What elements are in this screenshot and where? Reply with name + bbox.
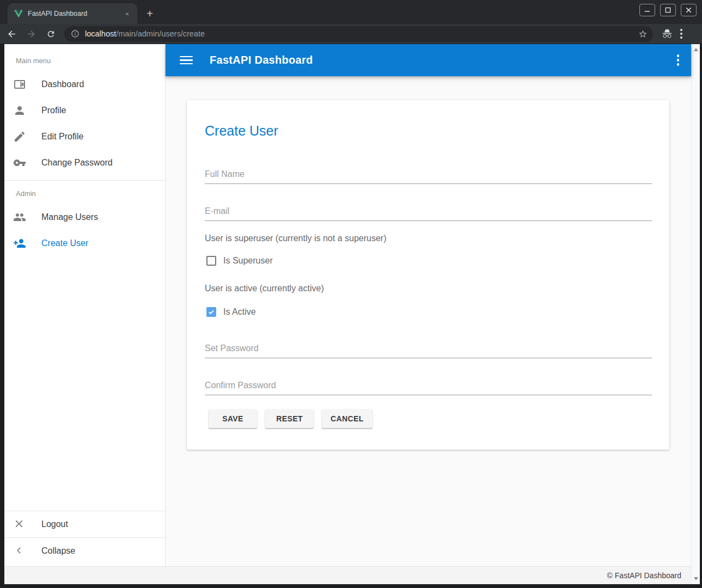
active-hint: User is active (currently active) — [205, 284, 324, 293]
key-icon — [13, 156, 26, 169]
full-name-placeholder: Full Name — [205, 169, 245, 179]
set-password-placeholder: Set Password — [205, 344, 259, 353]
browser-toolbar: localhost/main/admin/users/create — [0, 24, 702, 44]
create-user-card: Create User Full Name E-mail User is sup… — [187, 100, 669, 450]
scrollbar-up-icon[interactable] — [694, 48, 698, 51]
checkbox-unchecked-icon[interactable] — [206, 256, 216, 266]
confirm-password-field[interactable]: Confirm Password — [205, 377, 652, 395]
pencil-icon — [13, 130, 26, 143]
window-close-button[interactable] — [681, 4, 697, 16]
reload-icon[interactable] — [42, 26, 59, 42]
incognito-icon — [662, 28, 673, 39]
dashboard-icon — [13, 78, 26, 91]
chevron-left-icon — [13, 544, 26, 558]
set-password-field[interactable]: Set Password — [205, 340, 652, 358]
sidebar-item-profile[interactable]: Profile — [4, 97, 165, 124]
browser-tab[interactable]: FastAPI Dashboard — [8, 3, 137, 24]
main-content: Create User Full Name E-mail User is sup… — [166, 76, 691, 566]
page: Main menu Dashboard Profile Edit Profile… — [4, 44, 700, 584]
tab-close-icon[interactable] — [122, 9, 132, 19]
url-bar[interactable]: localhost/main/admin/users/create — [64, 26, 653, 42]
sidebar-item-collapse[interactable]: Collapse — [4, 538, 165, 564]
person-add-icon — [13, 237, 26, 250]
copyright-text: © FastAPI Dashboard — [607, 571, 681, 580]
cancel-button[interactable]: CANCEL — [322, 409, 373, 428]
appbar-menu-icon[interactable] — [677, 54, 680, 66]
sidebar: Main menu Dashboard Profile Edit Profile… — [4, 44, 166, 566]
sidebar-section-admin: Admin — [4, 181, 165, 204]
sidebar-item-create-user[interactable]: Create User — [4, 230, 165, 256]
sidebar-item-logout[interactable]: Logout — [4, 511, 165, 537]
is-superuser-checkbox[interactable]: Is Superuser — [206, 256, 273, 266]
checkbox-checked-icon[interactable] — [206, 307, 216, 317]
app-title: FastAPI Dashboard — [210, 54, 313, 66]
save-button[interactable]: SAVE — [209, 409, 257, 428]
close-icon — [13, 518, 26, 531]
person-icon — [13, 104, 26, 117]
window-maximize-button[interactable] — [660, 4, 676, 16]
new-tab-button[interactable]: + — [143, 7, 157, 21]
tab-title: FastAPI Dashboard — [28, 10, 122, 17]
email-field[interactable]: E-mail — [205, 203, 652, 221]
page-title: Create User — [205, 123, 278, 139]
sidebar-item-edit-profile[interactable]: Edit Profile — [4, 124, 165, 150]
bookmark-star-icon[interactable] — [638, 29, 648, 39]
vue-favicon-icon — [14, 10, 23, 18]
browser-menu-icon[interactable] — [680, 29, 682, 39]
sidebar-item-manage-users[interactable]: Manage Users — [4, 204, 165, 230]
back-icon[interactable] — [3, 26, 20, 42]
site-info-icon[interactable] — [71, 29, 80, 38]
is-active-checkbox[interactable]: Is Active — [206, 307, 256, 317]
window-minimize-button[interactable] — [639, 4, 655, 16]
page-footer: © FastAPI Dashboard — [4, 566, 691, 584]
full-name-field[interactable]: Full Name — [205, 166, 652, 184]
app-bar: FastAPI Dashboard — [166, 44, 691, 76]
hamburger-menu-icon[interactable] — [180, 54, 193, 67]
browser-tabstrip: FastAPI Dashboard + — [0, 0, 702, 24]
email-placeholder: E-mail — [205, 206, 229, 216]
scrollbar-down-icon[interactable] — [694, 577, 698, 580]
page-scrollbar[interactable] — [691, 44, 700, 584]
forward-icon[interactable] — [23, 26, 39, 42]
sidebar-section-main-menu: Main menu — [4, 44, 165, 71]
superuser-hint: User is superuser (currently is not a su… — [205, 234, 386, 243]
sidebar-item-dashboard[interactable]: Dashboard — [4, 71, 165, 97]
people-icon — [13, 211, 26, 224]
sidebar-item-change-password[interactable]: Change Password — [4, 150, 165, 176]
reset-button[interactable]: RESET — [265, 409, 314, 428]
url-text: localhost/main/admin/users/create — [85, 29, 205, 38]
confirm-password-placeholder: Confirm Password — [205, 381, 276, 390]
